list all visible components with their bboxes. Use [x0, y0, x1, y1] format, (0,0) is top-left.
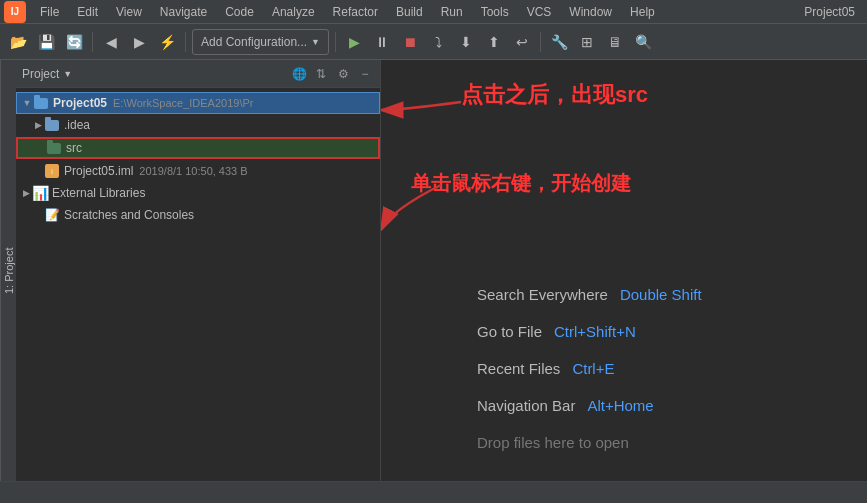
search-everywhere-label: Search Everywhere — [477, 286, 608, 303]
tree-idea-item[interactable]: ▶ .idea — [16, 114, 380, 136]
tree-iml-item[interactable]: i Project05.iml 2019/8/1 10:50, 433 B — [16, 160, 380, 182]
toolbar: 📂 💾 🔄 ◀ ▶ ⚡ Add Configuration... ▼ ▶ ⏸ ⏹… — [0, 24, 867, 60]
menu-refactor[interactable]: Refactor — [325, 3, 386, 21]
navigation-bar-label: Navigation Bar — [477, 397, 575, 414]
tree-scratches-item[interactable]: 📝 Scratches and Consoles — [16, 204, 380, 226]
gear-icon[interactable]: ⚙ — [334, 65, 352, 83]
add-sdk-button[interactable]: ⚡ — [155, 30, 179, 54]
toolbar-separator-4 — [540, 32, 541, 52]
toolbar-separator-3 — [335, 32, 336, 52]
menu-help[interactable]: Help — [622, 3, 663, 21]
run-button[interactable]: ▶ — [342, 30, 366, 54]
menu-vcs[interactable]: VCS — [519, 3, 560, 21]
tree-arrow-iml — [32, 165, 44, 177]
menu-run[interactable]: Run — [433, 3, 471, 21]
refresh-button[interactable]: 🔄 — [62, 30, 86, 54]
src-folder-icon — [46, 140, 62, 156]
stop-button[interactable]: ⏹ — [398, 30, 422, 54]
drop-files-label: Drop files here to open — [447, 424, 867, 461]
menu-edit[interactable]: Edit — [69, 3, 106, 21]
navigation-bar-key: Alt+Home — [587, 397, 653, 414]
project-panel: Project ▼ 🌐 ⇅ ⚙ − ▼ Project05 E:\WorkSpa… — [16, 60, 381, 481]
tree-arrow-src — [34, 142, 46, 154]
shortcut-search-everywhere: Search Everywhere Double Shift — [447, 276, 867, 313]
shortcuts-overlay: Search Everywhere Double Shift Go to Fil… — [447, 201, 867, 481]
menu-analyze[interactable]: Analyze — [264, 3, 323, 21]
wrench-button[interactable]: 🔧 — [547, 30, 571, 54]
go-to-file-key: Ctrl+Shift+N — [554, 323, 636, 340]
recent-files-label: Recent Files — [477, 360, 560, 377]
recent-files-key: Ctrl+E — [572, 360, 614, 377]
ext-libs-label: External Libraries — [52, 186, 145, 200]
layout-button[interactable]: ⊞ — [575, 30, 599, 54]
tree-root-item[interactable]: ▼ Project05 E:\WorkSpace_IDEA2019\Pr — [16, 92, 380, 114]
project-name-menu: Project05 — [804, 5, 863, 19]
desktop-button[interactable]: 🖥 — [603, 30, 627, 54]
back-button[interactable]: ◀ — [99, 30, 123, 54]
menu-code[interactable]: Code — [217, 3, 262, 21]
step-into-button[interactable]: ⬇ — [454, 30, 478, 54]
annotation-bottom: 单击鼠标右键，开始创建 — [411, 170, 631, 197]
tree-src-item[interactable]: src — [16, 137, 380, 159]
project-panel-title[interactable]: Project ▼ — [22, 67, 72, 81]
split-icon[interactable]: ⇅ — [312, 65, 330, 83]
search-everywhere-button[interactable]: 🔍 — [631, 30, 655, 54]
project-panel-label: Project — [22, 67, 59, 81]
root-label: Project05 — [53, 96, 107, 110]
scratches-icon: 📝 — [44, 207, 60, 223]
main-area: 1: Project Project ▼ 🌐 ⇅ ⚙ − ▼ Project — [0, 60, 867, 481]
status-bar — [0, 481, 867, 503]
src-label: src — [66, 141, 82, 155]
tree-arrow-ext: ▶ — [20, 187, 32, 199]
search-everywhere-key: Double Shift — [620, 286, 702, 303]
project-panel-header: Project ▼ 🌐 ⇅ ⚙ − — [16, 60, 380, 88]
library-icon: 📊 — [32, 185, 48, 201]
iml-label: Project05.iml — [64, 164, 133, 178]
step-out-button[interactable]: ⬆ — [482, 30, 506, 54]
minimize-icon[interactable]: − — [356, 65, 374, 83]
menu-navigate[interactable]: Navigate — [152, 3, 215, 21]
menu-tools[interactable]: Tools — [473, 3, 517, 21]
tree-arrow-idea: ▶ — [32, 119, 44, 131]
iml-meta: 2019/8/1 10:50, 433 B — [139, 165, 247, 177]
project-header-icons: 🌐 ⇅ ⚙ − — [290, 65, 374, 83]
toolbar-separator-1 — [92, 32, 93, 52]
shortcut-go-to-file: Go to File Ctrl+Shift+N — [447, 313, 867, 350]
save-button[interactable]: 💾 — [34, 30, 58, 54]
idea-folder-icon — [44, 117, 60, 133]
content-area: 点击之后，出现src 单击鼠标右键，开始创建 Search Everywhere… — [381, 60, 867, 481]
shortcut-recent-files: Recent Files Ctrl+E — [447, 350, 867, 387]
go-to-file-label: Go to File — [477, 323, 542, 340]
toolbar-separator-2 — [185, 32, 186, 52]
menu-items: File Edit View Navigate Code Analyze Ref… — [32, 3, 663, 21]
project-folder-icon — [33, 95, 49, 111]
shortcut-navigation-bar: Navigation Bar Alt+Home — [447, 387, 867, 424]
tree-arrow-root: ▼ — [21, 97, 33, 109]
menu-window[interactable]: Window — [561, 3, 620, 21]
iml-file-icon: i — [44, 163, 60, 179]
root-path: E:\WorkSpace_IDEA2019\Pr — [113, 97, 253, 109]
menu-file[interactable]: File — [32, 3, 67, 21]
menu-bar: IJ File Edit View Navigate Code Analyze … — [0, 0, 867, 24]
globe-icon[interactable]: 🌐 — [290, 65, 308, 83]
project-tree: ▼ Project05 E:\WorkSpace_IDEA2019\Pr ▶ .… — [16, 88, 380, 481]
step-over-button[interactable]: ⤵ — [426, 30, 450, 54]
project-panel-tab[interactable]: 1: Project — [0, 60, 16, 481]
idea-label: .idea — [64, 118, 90, 132]
chevron-down-icon: ▼ — [311, 37, 320, 47]
add-configuration-button[interactable]: Add Configuration... ▼ — [192, 29, 329, 55]
rerun-button[interactable]: ↩ — [510, 30, 534, 54]
add-config-label: Add Configuration... — [201, 35, 307, 49]
menu-view[interactable]: View — [108, 3, 150, 21]
annotation-top: 点击之后，出现src — [461, 80, 648, 110]
tree-ext-libs-item[interactable]: ▶ 📊 External Libraries — [16, 182, 380, 204]
app-logo: IJ — [4, 1, 26, 23]
chevron-down-icon: ▼ — [63, 69, 72, 79]
pause-resume-button[interactable]: ⏸ — [370, 30, 394, 54]
forward-button[interactable]: ▶ — [127, 30, 151, 54]
menu-build[interactable]: Build — [388, 3, 431, 21]
scratches-label: Scratches and Consoles — [64, 208, 194, 222]
open-folder-button[interactable]: 📂 — [6, 30, 30, 54]
